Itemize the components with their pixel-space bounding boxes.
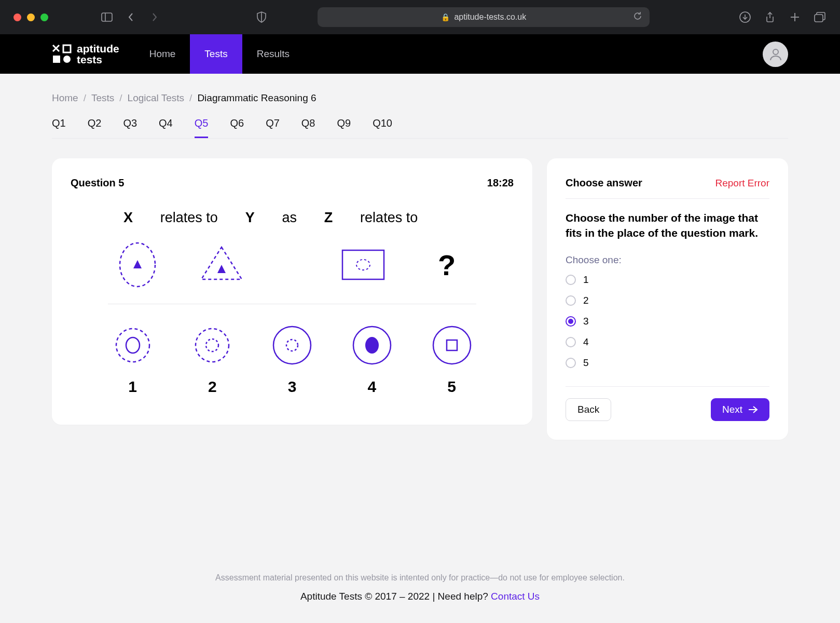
qnav-q10[interactable]: Q10 xyxy=(373,117,392,138)
breadcrumb-current: Diagrammatic Reasoning 6 xyxy=(197,92,316,104)
back-icon[interactable] xyxy=(124,10,137,24)
svg-point-18 xyxy=(356,260,370,270)
label-relates-2: relates to xyxy=(360,210,418,226)
reload-icon[interactable] xyxy=(633,11,642,23)
breadcrumb-logical[interactable]: Logical Tests xyxy=(128,92,185,104)
svg-marker-16 xyxy=(217,265,226,273)
label-as: as xyxy=(282,210,297,226)
svg-rect-0 xyxy=(102,13,112,21)
downloads-icon[interactable] xyxy=(738,10,752,24)
breadcrumb-home[interactable]: Home xyxy=(52,92,78,104)
app-topnav: aptitude tests Home Tests Results xyxy=(0,34,840,74)
question-timer: 18:28 xyxy=(487,177,514,189)
next-button[interactable]: Next xyxy=(711,398,769,421)
logo-text: aptitude tests xyxy=(77,43,119,65)
label-x: X xyxy=(123,210,133,226)
avatar[interactable] xyxy=(763,42,788,67)
nav-tests[interactable]: Tests xyxy=(190,34,242,74)
logo-mark-icon xyxy=(52,44,72,64)
qnav-q8[interactable]: Q8 xyxy=(301,117,315,138)
label-z: Z xyxy=(324,210,333,226)
question-nav: Q1 Q2 Q3 Q4 Q5 Q6 Q7 Q8 Q9 Q10 xyxy=(52,117,788,139)
nav-home[interactable]: Home xyxy=(135,34,190,74)
radio-icon xyxy=(566,275,576,285)
breadcrumb-tests[interactable]: Tests xyxy=(91,92,114,104)
option-2: 2 xyxy=(188,322,237,396)
lock-icon: 🔒 xyxy=(441,13,450,21)
answer-header: Choose answer xyxy=(566,177,642,189)
svg-rect-9 xyxy=(63,45,71,52)
label-relates-1: relates to xyxy=(160,210,218,226)
forward-icon xyxy=(148,10,161,24)
maximize-window-button[interactable] xyxy=(40,13,48,21)
qnav-q9[interactable]: Q9 xyxy=(337,117,351,138)
nav-results[interactable]: Results xyxy=(242,34,304,74)
contact-link[interactable]: Contact Us xyxy=(491,591,540,602)
minimize-window-button[interactable] xyxy=(27,13,35,21)
logo[interactable]: aptitude tests xyxy=(52,43,119,65)
qnav-q2[interactable]: Q2 xyxy=(88,117,102,138)
label-y: Y xyxy=(245,210,255,226)
browser-chrome: 🔒 aptitude-tests.co.uk xyxy=(0,0,840,34)
option-5: 5 xyxy=(427,322,476,396)
svg-rect-10 xyxy=(53,56,60,63)
question-title: Question 5 xyxy=(71,177,124,189)
shape-x xyxy=(114,241,161,288)
svg-point-26 xyxy=(365,337,379,354)
new-tab-icon[interactable] xyxy=(788,10,802,24)
answer-choices: 1 2 3 4 5 xyxy=(566,274,769,369)
qnav-q5[interactable]: Q5 xyxy=(195,117,209,138)
svg-point-22 xyxy=(206,339,218,351)
shape-y xyxy=(198,241,245,288)
window-controls xyxy=(13,13,48,21)
svg-marker-14 xyxy=(133,260,142,268)
qnav-q4[interactable]: Q4 xyxy=(159,117,173,138)
choice-3[interactable]: 3 xyxy=(566,316,769,327)
radio-icon xyxy=(566,295,576,306)
footer-disclaimer: Assessment material presented on this we… xyxy=(0,573,840,583)
qnav-q1[interactable]: Q1 xyxy=(52,117,66,138)
qnav-q3[interactable]: Q3 xyxy=(123,117,137,138)
arrow-right-icon xyxy=(748,405,758,414)
back-button[interactable]: Back xyxy=(566,398,611,421)
svg-rect-17 xyxy=(342,250,384,279)
choice-2[interactable]: 2 xyxy=(566,295,769,306)
svg-rect-8 xyxy=(815,15,823,22)
svg-point-19 xyxy=(116,329,149,362)
url-text: aptitude-tests.co.uk xyxy=(454,12,526,22)
svg-point-27 xyxy=(433,327,471,364)
share-icon[interactable] xyxy=(763,10,777,24)
svg-point-21 xyxy=(196,329,229,362)
shape-z xyxy=(340,241,387,288)
close-window-button[interactable] xyxy=(13,13,21,21)
svg-point-12 xyxy=(773,49,778,55)
breadcrumb: Home / Tests / Logical Tests / Diagramma… xyxy=(52,92,788,104)
question-diagram: X relates to Y as Z relates to xyxy=(108,210,476,396)
choice-1[interactable]: 1 xyxy=(566,274,769,286)
sidebar-toggle-icon[interactable] xyxy=(100,10,114,24)
address-bar[interactable]: 🔒 aptitude-tests.co.uk xyxy=(318,7,650,27)
choice-4[interactable]: 4 xyxy=(566,336,769,348)
qnav-q6[interactable]: Q6 xyxy=(230,117,244,138)
choice-5[interactable]: 5 xyxy=(566,357,769,369)
qnav-q7[interactable]: Q7 xyxy=(266,117,280,138)
answer-prompt: Choose the number of the image that fits… xyxy=(566,210,769,241)
svg-point-23 xyxy=(273,327,311,364)
nav-items: Home Tests Results xyxy=(135,34,304,74)
svg-point-20 xyxy=(126,337,140,353)
choose-one-label: Choose one: xyxy=(566,254,769,266)
report-error-link[interactable]: Report Error xyxy=(715,178,769,189)
radio-icon xyxy=(566,316,576,327)
shield-privacy-icon[interactable] xyxy=(255,10,268,24)
option-4: 4 xyxy=(347,322,396,396)
radio-icon xyxy=(566,337,576,347)
footer-copyright: Aptitude Tests © 2017 – 2022 | Need help… xyxy=(0,591,840,602)
radio-icon xyxy=(566,358,576,368)
tabs-overview-icon[interactable] xyxy=(813,10,827,24)
shape-unknown: ? xyxy=(423,241,470,288)
option-3: 3 xyxy=(268,322,317,396)
answer-card: Choose answer Report Error Choose the nu… xyxy=(547,158,788,440)
question-card: Question 5 18:28 X relates to Y as Z rel… xyxy=(52,158,532,425)
question-mark-icon: ? xyxy=(438,248,456,282)
svg-rect-28 xyxy=(447,340,457,350)
